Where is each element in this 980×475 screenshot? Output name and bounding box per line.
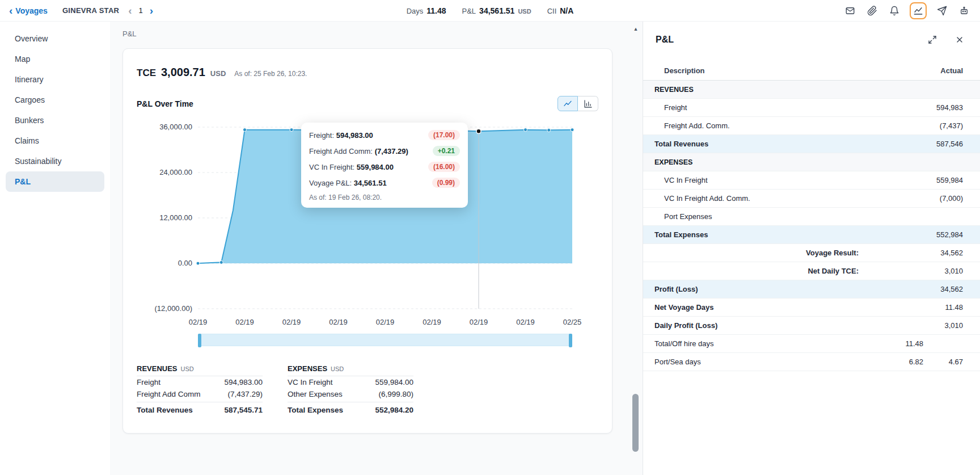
- sidebar-item-itinerary[interactable]: Itinerary: [6, 69, 104, 90]
- tooltip-badge: (16.00): [428, 162, 460, 172]
- tce-value: 3,009.71: [161, 66, 205, 79]
- summary-value: 552,984.20: [375, 406, 413, 414]
- pnl-chart-icon[interactable]: [910, 2, 927, 19]
- svg-text:02/19: 02/19: [470, 318, 488, 326]
- svg-text:02/19: 02/19: [235, 318, 254, 326]
- panel-row-daily-profit-loss: Daily Profit (Loss)3,010: [643, 317, 980, 335]
- tooltip-badge: (17.00): [428, 130, 460, 140]
- summary-value: (6,999.80): [378, 390, 413, 398]
- kpi-pnl-value: 34,561.51: [479, 6, 514, 15]
- voyage-pager: ‹ 1 ›: [128, 5, 153, 16]
- pnl-card: TCE 3,009.71 USD As of: 25 Feb 26, 10:23…: [122, 48, 612, 434]
- bar-chart-toggle-button[interactable]: [578, 96, 598, 111]
- tooltip-row: Freight: 594,983.00 (17.00): [309, 130, 460, 140]
- slider-left-handle[interactable]: [198, 334, 201, 347]
- svg-text:12,000.00: 12,000.00: [159, 213, 192, 222]
- panel-row-net-daily-tce: Net Daily TCE:3,010: [643, 262, 980, 280]
- summary-total-row: Total Expenses552,984.20: [288, 402, 413, 416]
- send-icon[interactable]: [935, 4, 949, 18]
- line-chart-toggle-button[interactable]: [557, 96, 578, 111]
- panel-row-revenues: REVENUES: [643, 81, 980, 99]
- svg-text:02/19: 02/19: [376, 318, 395, 326]
- summary-label: Freight Add Comm: [137, 390, 201, 398]
- chart-tooltip: Freight: 594,983.00 (17.00) Freight Add …: [301, 123, 468, 208]
- tooltip-label: Voyage P&L:: [309, 179, 352, 187]
- scroll-up-arrow[interactable]: ▲: [633, 26, 639, 32]
- tooltip-row: Voyage P&L: 34,561.51 (0.99): [309, 178, 460, 188]
- summary-value: (7,437.29): [227, 390, 263, 398]
- summary-value: 587,545.71: [224, 406, 263, 414]
- sidebar-item-cargoes[interactable]: Cargoes: [6, 90, 104, 110]
- bell-icon[interactable]: [888, 4, 901, 18]
- mail-icon[interactable]: [843, 4, 857, 18]
- sidebar-item-map[interactable]: Map: [6, 49, 104, 69]
- pnl-summary: REVENUES USD Freight594,983.00 Freight A…: [137, 364, 598, 416]
- kpi-pnl: P&L 34,561.51 USD: [462, 6, 531, 15]
- column-description: Description: [654, 66, 884, 75]
- tce-header: TCE 3,009.71 USD As of: 25 Feb 26, 10:23…: [137, 66, 598, 79]
- sidebar-item-claims[interactable]: Claims: [6, 131, 104, 151]
- tooltip-badge: (0.99): [432, 178, 460, 188]
- paperclip-icon[interactable]: [865, 4, 879, 18]
- panel-row-total-revenues: Total Revenues587,546: [643, 135, 980, 153]
- svg-text:(12,000.00): (12,000.00): [155, 304, 193, 313]
- summary-value: 559,984.00: [375, 378, 413, 386]
- panel-row-vc-in-freight-add-comm: VC In Freight Add. Comm.(7,000): [643, 190, 980, 208]
- slider-right-handle[interactable]: [569, 334, 572, 347]
- summary-label: Other Expenses: [288, 390, 343, 398]
- pager-prev-icon[interactable]: ‹: [128, 5, 132, 16]
- svg-text:02/19: 02/19: [516, 318, 535, 326]
- close-icon[interactable]: [953, 33, 966, 47]
- panel-row-total-expenses: Total Expenses552,984: [643, 226, 980, 244]
- summary-row: Other Expenses(6,999.80): [288, 388, 413, 400]
- scrollbar-thumb[interactable]: [632, 394, 639, 452]
- tooltip-row: Freight Add Comm: (7,437.29) +0.21: [309, 146, 460, 156]
- panel-row-vc-in-freight: VC In Freight559,984: [643, 171, 980, 190]
- pager-next-icon[interactable]: ›: [150, 5, 153, 16]
- summary-row: Freight594,983.00: [137, 376, 263, 388]
- tce-label: TCE: [137, 68, 156, 79]
- panel-row-freight-add-comm: Freight Add. Comm.(7,437): [643, 117, 980, 135]
- sidebar-item-pnl[interactable]: P&L: [6, 171, 104, 192]
- sidebar-item-label: Map: [15, 54, 30, 64]
- summary-label: VC In Freight: [288, 378, 333, 386]
- tce-currency: USD: [210, 69, 226, 78]
- revenues-title: REVENUES: [137, 364, 178, 373]
- column-actual: Actual: [923, 66, 963, 75]
- sidebar-item-label: Sustainability: [15, 157, 62, 166]
- panel-row-freight: Freight594,983: [643, 99, 980, 117]
- summary-row: VC In Freight559,984.00: [288, 376, 413, 388]
- kpi-cii: CII N/A: [547, 6, 574, 15]
- expenses-title: EXPENSES: [288, 364, 327, 373]
- tooltip-label: Freight Add Comm:: [309, 147, 373, 155]
- panel-row-voyage-result: Voyage Result:34,562: [643, 244, 980, 262]
- main-scrollbar[interactable]: ▲: [629, 22, 643, 475]
- svg-text:36,000.00: 36,000.00: [159, 123, 192, 131]
- tooltip-value: 594,983.00: [336, 131, 373, 140]
- sidebar-item-overview[interactable]: Overview: [6, 28, 104, 49]
- back-to-voyages-link[interactable]: ‹ Voyages: [9, 5, 48, 16]
- kpi-pnl-unit: USD: [518, 8, 531, 15]
- panel-title: P&L: [656, 35, 674, 45]
- summary-label: Total Revenues: [137, 406, 193, 414]
- svg-text:0.00: 0.00: [178, 259, 192, 267]
- sidebar-item-sustainability[interactable]: Sustainability: [6, 151, 104, 171]
- kpi-days-label: Days: [407, 7, 424, 15]
- svg-text:02/19: 02/19: [189, 318, 208, 326]
- summary-row: Freight Add Comm(7,437.29): [137, 388, 263, 400]
- chart-type-toggle: [557, 96, 598, 111]
- sidebar-item-label: Itinerary: [15, 75, 44, 84]
- sidebar-item-label: Bunkers: [15, 116, 44, 125]
- sidebar: Overview Map Itinerary Cargoes Bunkers C…: [0, 22, 110, 475]
- sidebar-item-bunkers[interactable]: Bunkers: [6, 110, 104, 131]
- expand-icon[interactable]: [926, 33, 939, 47]
- chart-range-slider[interactable]: [198, 334, 572, 346]
- chevron-left-icon: ‹: [9, 5, 12, 16]
- bot-icon[interactable]: [957, 4, 971, 18]
- sidebar-item-label: Overview: [15, 34, 48, 43]
- kpi-pnl-label: P&L: [462, 7, 476, 15]
- kpi-days: Days 11.48: [407, 6, 446, 15]
- svg-text:02/19: 02/19: [282, 318, 301, 326]
- sidebar-item-label: P&L: [15, 177, 31, 186]
- svg-text:24,000.00: 24,000.00: [159, 168, 192, 176]
